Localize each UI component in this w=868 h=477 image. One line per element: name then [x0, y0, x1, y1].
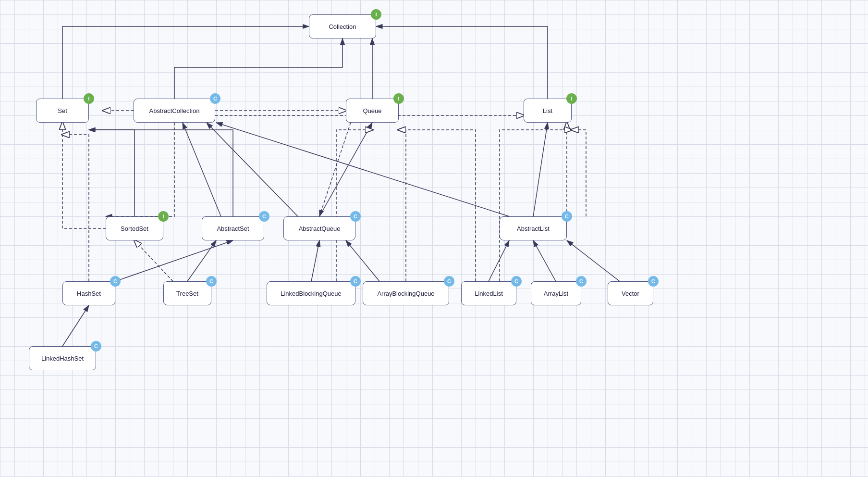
node-vector[interactable]: Vector C [608, 281, 653, 305]
node-arrayblockingqueue[interactable]: ArrayBlockingQueue C [363, 281, 449, 305]
badge-collection: I [371, 9, 381, 20]
node-set[interactable]: Set I [36, 99, 89, 123]
badge-list: I [566, 93, 577, 104]
badge-abstractcollection: C [210, 93, 220, 104]
node-abstractcollection[interactable]: AbstractCollection C [134, 99, 215, 123]
badge-arrayblockingqueue: C [444, 276, 454, 287]
node-linkedhashset-label: LinkedHashSet [41, 355, 84, 362]
badge-linkedhashset: C [91, 341, 101, 351]
badge-arraylist: C [576, 276, 587, 287]
node-hashset[interactable]: HashSet C [62, 281, 115, 305]
node-collection[interactable]: Collection I [309, 14, 376, 38]
node-abstractlist-label: AbstractList [517, 225, 550, 232]
node-linkedblockingqueue-label: LinkedBlockingQueue [281, 290, 341, 297]
node-linkedhashset[interactable]: LinkedHashSet C [29, 346, 96, 370]
badge-hashset: C [110, 276, 121, 287]
node-abstractset-label: AbstractSet [217, 225, 249, 232]
node-abstractset[interactable]: AbstractSet C [202, 216, 264, 240]
badge-vector: C [648, 276, 659, 287]
node-arraylist[interactable]: ArrayList C [531, 281, 581, 305]
node-linkedblockingqueue[interactable]: LinkedBlockingQueue C [267, 281, 355, 305]
badge-queue: I [393, 93, 404, 104]
node-list[interactable]: List I [524, 99, 572, 123]
node-hashset-label: HashSet [77, 290, 101, 297]
node-abstractqueue-label: AbstractQueue [299, 225, 341, 232]
node-collection-label: Collection [329, 23, 356, 30]
node-set-label: Set [58, 107, 67, 114]
node-abstractqueue[interactable]: AbstractQueue C [283, 216, 355, 240]
badge-treeset: C [206, 276, 217, 287]
badge-sortedset: I [158, 211, 169, 222]
badge-abstractlist: C [562, 211, 572, 222]
node-sortedset-label: SortedSet [121, 225, 148, 232]
node-arrayblockingqueue-label: ArrayBlockingQueue [377, 290, 434, 297]
badge-abstractset: C [259, 211, 269, 222]
node-queue-label: Queue [363, 107, 381, 114]
node-vector-label: Vector [622, 290, 639, 297]
node-arraylist-label: ArrayList [544, 290, 568, 297]
node-linkedlist-label: LinkedList [475, 290, 503, 297]
node-queue[interactable]: Queue I [346, 99, 399, 123]
badge-abstractqueue: C [350, 211, 361, 222]
node-abstractcollection-label: AbstractCollection [149, 107, 200, 114]
node-treeset-label: TreeSet [176, 290, 198, 297]
node-list-label: List [543, 107, 552, 114]
node-sortedset[interactable]: SortedSet I [106, 216, 163, 240]
badge-set: I [84, 93, 94, 104]
badge-linkedlist: C [511, 276, 522, 287]
node-abstractlist[interactable]: AbstractList C [500, 216, 567, 240]
diagram-canvas: all point to Collection (solid arrows up… [0, 0, 868, 477]
node-treeset[interactable]: TreeSet C [163, 281, 211, 305]
node-linkedlist[interactable]: LinkedList C [461, 281, 516, 305]
badge-linkedblockingqueue: C [350, 276, 361, 287]
